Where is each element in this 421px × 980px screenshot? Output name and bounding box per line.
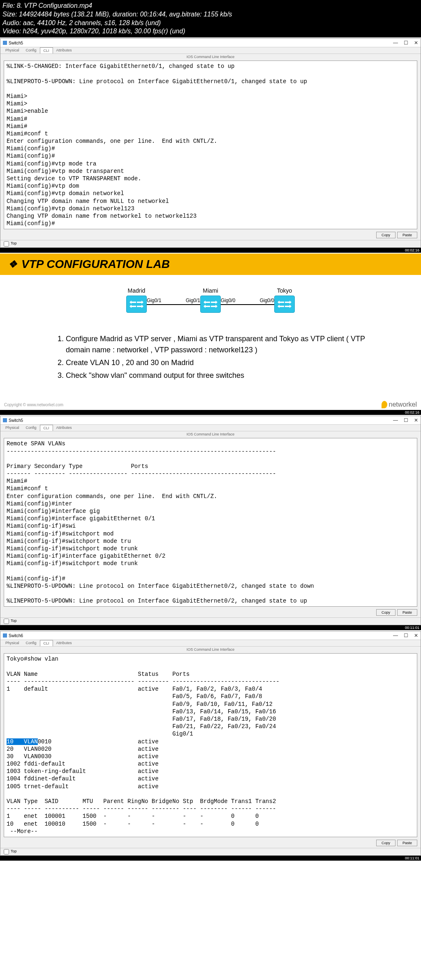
tab-cli[interactable]: CLI — [40, 640, 53, 646]
topology-diagram: Madrid Gig0/1 Gig0/1 Miami Gig0/0 Gig0/0… — [0, 275, 421, 321]
copy-button[interactable]: Copy — [376, 840, 396, 846]
copy-button[interactable]: Copy — [376, 609, 396, 616]
tab-physical[interactable]: Physical — [2, 425, 23, 431]
minimize-button[interactable]: — — [393, 40, 398, 46]
switch5-window-1: Switch5 — ☐ ✕ Physical Config CLI Attrib… — [0, 38, 421, 248]
tab-attributes[interactable]: Attributes — [53, 47, 75, 54]
top-checkbox[interactable] — [4, 241, 9, 247]
instruction-1: Configure Madrid as VTP server , Miami a… — [66, 333, 380, 356]
cli-output[interactable]: %LINK-5-CHANGED: Interface GigabitEthern… — [4, 61, 417, 229]
titlebar[interactable]: Switch5 — ☐ ✕ — [0, 416, 421, 425]
timestamp-4: 00:11:01 — [0, 856, 421, 861]
titlebar[interactable]: Switch6 — ☐ ✕ — [0, 631, 421, 640]
tab-physical[interactable]: Physical — [2, 47, 23, 54]
top-checkbox[interactable] — [4, 849, 9, 854]
maximize-button[interactable]: ☐ — [404, 633, 408, 638]
copy-button[interactable]: Copy — [376, 232, 396, 238]
audio-line: Audio: aac, 44100 Hz, 2 channels, s16, 1… — [2, 19, 419, 28]
switch-icon-madrid — [126, 296, 147, 313]
paste-button[interactable]: Paste — [397, 609, 417, 616]
node-miami: Miami — [200, 287, 221, 313]
maximize-button[interactable]: ☐ — [404, 40, 408, 46]
tab-attributes[interactable]: Attributes — [53, 640, 75, 646]
tab-cli[interactable]: CLI — [40, 47, 53, 54]
cli-pre: Tokyo#show vlan VLAN Name Status Ports -… — [7, 656, 280, 737]
file-line: File: 8. VTP Configuration.mp4 — [2, 2, 419, 10]
switch6-window: Switch6 — ☐ ✕ Physical Config CLI Attrib… — [0, 631, 421, 856]
cli-header: IOS Command Line Interface — [0, 54, 421, 60]
video-line: Video: h264, yuv420p, 1280x720, 1018 kb/… — [2, 27, 419, 36]
close-button[interactable]: ✕ — [414, 417, 418, 423]
logo-pin-icon — [382, 401, 387, 408]
switch5-window-2: Switch5 — ☐ ✕ Physical Config CLI Attrib… — [0, 416, 421, 625]
node-madrid: Madrid — [126, 287, 147, 313]
top-label: Top — [11, 241, 17, 247]
top-label: Top — [11, 619, 17, 624]
node-tokyo: Tokyo — [274, 287, 295, 313]
cli-header: IOS Command Line Interface — [0, 431, 421, 437]
cli-output[interactable]: Remote SPAN VLANs ----------------------… — [4, 438, 417, 607]
tab-bar: Physical Config CLI Attributes — [0, 425, 421, 431]
tab-bar: Physical Config CLI Attributes — [0, 640, 421, 647]
instruction-2: Create VLAN 10 , 20 and 30 on Madrid — [66, 357, 380, 368]
tab-config[interactable]: Config — [23, 640, 40, 646]
link-madrid-miami: Gig0/1 Gig0/1 — [147, 304, 200, 305]
window-title: Switch5 — [9, 41, 23, 45]
window-title: Switch6 — [9, 633, 23, 638]
timestamp-3: 00:11:01 — [0, 625, 421, 630]
tab-config[interactable]: Config — [23, 425, 40, 431]
copyright: Copyright © www.networkel.com — [4, 403, 63, 407]
tab-attributes[interactable]: Attributes — [53, 425, 75, 431]
minimize-button[interactable]: — — [393, 633, 398, 638]
close-button[interactable]: ✕ — [414, 633, 418, 638]
maximize-button[interactable]: ☐ — [404, 417, 408, 423]
window-title: Switch5 — [9, 418, 23, 423]
file-info-header: File: 8. VTP Configuration.mp4 Size: 144… — [0, 0, 421, 37]
slide-vtp-lab: ❖ VTP CONFIGURATION LAB Madrid Gig0/1 Gi… — [0, 254, 421, 410]
cli-highlighted: 10 VLAN — [7, 738, 38, 745]
link-miami-tokyo: Gig0/0 Gig0/0 — [221, 304, 274, 305]
switch-icon-tokyo — [274, 296, 295, 313]
top-checkbox[interactable] — [4, 619, 9, 624]
top-label: Top — [11, 849, 17, 854]
paste-button[interactable]: Paste — [397, 840, 417, 846]
cli-post: 0010 active 20 VLAN0020 active 30 VLAN00… — [7, 738, 276, 835]
tab-physical[interactable]: Physical — [2, 640, 23, 646]
switch-icon — [3, 633, 7, 638]
close-button[interactable]: ✕ — [414, 40, 418, 46]
diamond-icon: ❖ — [8, 258, 17, 270]
instruction-3: Check "show vlan" command output for thr… — [66, 370, 380, 381]
timestamp-1: 00:02:16 — [0, 248, 421, 253]
paste-button[interactable]: Paste — [397, 232, 417, 238]
switch-icon — [3, 418, 7, 422]
timestamp-2: 00:02:16 — [0, 410, 421, 415]
tab-config[interactable]: Config — [23, 47, 40, 54]
instructions: Configure Madrid as VTP server , Miami a… — [0, 321, 421, 399]
cli-header: IOS Command Line Interface — [0, 647, 421, 652]
tab-bar: Physical Config CLI Attributes — [0, 47, 421, 54]
size-line: Size: 144924484 bytes (138.21 MiB), dura… — [2, 10, 419, 19]
switch-icon — [3, 41, 7, 45]
slide-title: VTP CONFIGURATION LAB — [21, 258, 170, 271]
slide-title-bar: ❖ VTP CONFIGURATION LAB — [0, 254, 421, 275]
switch-icon-miami — [200, 296, 221, 313]
titlebar[interactable]: Switch5 — ☐ ✕ — [0, 39, 421, 47]
networkel-logo: networkel — [382, 401, 417, 408]
tab-cli[interactable]: CLI — [40, 425, 53, 431]
minimize-button[interactable]: — — [393, 417, 398, 423]
cli-output[interactable]: Tokyo#show vlan VLAN Name Status Ports -… — [4, 653, 417, 837]
